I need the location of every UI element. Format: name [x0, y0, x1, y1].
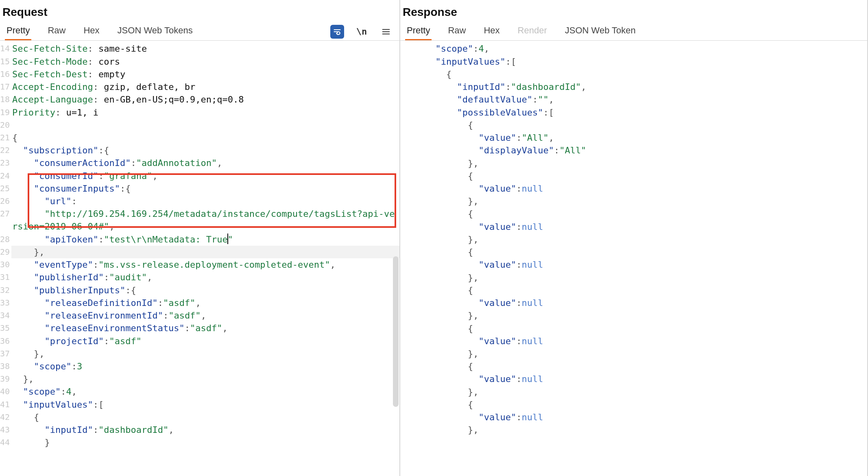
code-line[interactable]: 16Sec-Fetch-Dest: empty	[0, 68, 399, 81]
code-line[interactable]: 36 "projectId":"asdf"	[0, 335, 399, 347]
code-line[interactable]: {	[412, 207, 867, 220]
code-src[interactable]: "consumerInputs":{	[11, 182, 399, 195]
response-code[interactable]: "scope":4, "inputValues":[ { "inputId":"…	[412, 41, 867, 438]
tab-hex-response[interactable]: Hex	[482, 23, 501, 40]
code-src[interactable]: Sec-Fetch-Dest: empty	[11, 68, 399, 81]
tab-raw-response[interactable]: Raw	[446, 23, 467, 40]
code-src[interactable]: {	[424, 360, 867, 373]
code-line[interactable]: "inputValues":[	[412, 55, 867, 68]
code-src[interactable]: Sec-Fetch-Mode: cors	[11, 55, 399, 68]
code-line[interactable]: 39 },	[0, 373, 399, 385]
code-line[interactable]: "value":null	[412, 258, 867, 271]
code-src[interactable]: "inputId":"dashboardId",	[424, 81, 867, 93]
code-line[interactable]: 41 "inputValues":[	[0, 398, 399, 411]
code-line[interactable]: "displayValue":"All"	[412, 144, 867, 157]
code-src[interactable]: "subscription":{	[11, 144, 399, 157]
code-src[interactable]: Priority: u=1, i	[11, 106, 399, 119]
code-src[interactable]: {	[424, 246, 867, 258]
code-line[interactable]: },	[412, 157, 867, 170]
code-line[interactable]: 29 },	[0, 246, 399, 258]
code-src[interactable]: "inputId":"dashboardId",	[11, 424, 399, 436]
code-line[interactable]: 27 "http://169.254.169.254/metadata/inst…	[0, 207, 399, 233]
code-line[interactable]: 44 }	[0, 436, 399, 449]
code-line[interactable]: 37 },	[0, 347, 399, 360]
code-line[interactable]: },	[412, 195, 867, 207]
code-line[interactable]: {	[412, 119, 867, 131]
code-line[interactable]: "scope":4,	[412, 42, 867, 55]
code-line[interactable]: },	[412, 233, 867, 246]
code-src[interactable]: "projectId":"asdf"	[11, 335, 399, 347]
code-src[interactable]: "possibleValues":[	[424, 106, 867, 119]
code-src[interactable]: },	[424, 271, 867, 284]
code-line[interactable]: {	[412, 322, 867, 335]
code-line[interactable]: {	[412, 398, 867, 411]
code-src[interactable]: "value":null	[424, 182, 867, 195]
tab-pretty-response[interactable]: Pretty	[405, 23, 432, 40]
code-line[interactable]: 24 "consumerId":"grafana",	[0, 170, 399, 182]
code-src[interactable]: "inputValues":[	[424, 55, 867, 68]
code-src[interactable]: "url":	[11, 195, 399, 207]
code-line[interactable]: 22 "subscription":{	[0, 144, 399, 157]
code-line[interactable]: 23 "consumerActionId":"addAnnotation",	[0, 157, 399, 169]
code-src[interactable]: "http://169.254.169.254/metadata/instanc…	[11, 207, 399, 233]
request-code[interactable]: 14Sec-Fetch-Site: same-site15Sec-Fetch-M…	[0, 41, 399, 450]
code-src[interactable]: "value":null	[424, 335, 867, 347]
response-editor[interactable]: "scope":4, "inputValues":[ { "inputId":"…	[400, 41, 867, 476]
tab-jwt[interactable]: JSON Web Tokens	[116, 23, 194, 40]
code-src[interactable]: "displayValue":"All"	[424, 144, 867, 157]
menu-icon[interactable]	[379, 25, 393, 39]
code-src[interactable]: "consumerId":"grafana",	[11, 170, 399, 182]
code-line[interactable]: "value":"All",	[412, 131, 867, 144]
code-src[interactable]: },	[11, 373, 399, 385]
code-src[interactable]: },	[424, 195, 867, 207]
scrollbar-vertical[interactable]	[393, 256, 399, 407]
code-line[interactable]: 33 "releaseDefinitionId":"asdf",	[0, 297, 399, 309]
tab-hex[interactable]: Hex	[82, 23, 101, 40]
code-src[interactable]: "scope":4,	[11, 385, 399, 398]
tab-pretty[interactable]: Pretty	[5, 23, 31, 40]
code-line[interactable]: 20	[0, 119, 399, 131]
code-src[interactable]: Accept-Encoding: gzip, deflate, br	[11, 81, 399, 93]
code-src[interactable]: {	[424, 398, 867, 411]
code-line[interactable]: },	[412, 271, 867, 284]
code-src[interactable]: "releaseEnvironmentStatus":"asdf",	[11, 322, 399, 334]
code-src[interactable]: "apiToken":"test\r\nMetadata: True"	[11, 233, 399, 246]
code-src[interactable]: {	[11, 411, 399, 424]
code-src[interactable]: },	[11, 347, 399, 360]
code-src[interactable]: },	[424, 424, 867, 436]
code-line[interactable]: },	[412, 424, 867, 436]
tab-render-response[interactable]: Render	[516, 23, 549, 40]
code-src[interactable]: {	[424, 68, 867, 81]
tab-jwt-response[interactable]: JSON Web Token	[563, 23, 637, 40]
code-src[interactable]: }	[11, 436, 399, 449]
code-line[interactable]: 19Priority: u=1, i	[0, 106, 399, 119]
code-src[interactable]: {	[424, 322, 867, 335]
code-line[interactable]: {	[412, 68, 867, 81]
code-src[interactable]: "value":null	[424, 297, 867, 309]
code-line[interactable]: 32 "publisherInputs":{	[0, 284, 399, 297]
code-line[interactable]: 34 "releaseEnvironmentId":"asdf",	[0, 309, 399, 322]
code-src[interactable]: "defaultValue":"",	[424, 93, 867, 106]
code-line[interactable]: "value":null	[412, 373, 867, 385]
code-line[interactable]: 26 "url":	[0, 195, 399, 207]
code-line[interactable]: 17Accept-Encoding: gzip, deflate, br	[0, 81, 399, 93]
code-line[interactable]: 42 {	[0, 411, 399, 424]
request-editor[interactable]: 14Sec-Fetch-Site: same-site15Sec-Fetch-M…	[0, 41, 399, 476]
code-src[interactable]: Accept-Language: en-GB,en-US;q=0.9,en;q=…	[11, 93, 399, 106]
code-src[interactable]: "inputValues":[	[11, 398, 399, 411]
code-line[interactable]: {	[412, 360, 867, 373]
code-line[interactable]: },	[412, 309, 867, 322]
code-src[interactable]: "scope":3	[11, 360, 399, 373]
code-line[interactable]: 21{	[0, 131, 399, 144]
code-src[interactable]: },	[424, 157, 867, 170]
code-line[interactable]: 14Sec-Fetch-Site: same-site	[0, 42, 399, 55]
newline-icon[interactable]: \n	[355, 25, 369, 39]
code-line[interactable]: 30 "eventType":"ms.vss-release.deploymen…	[0, 258, 399, 271]
code-src[interactable]: "consumerActionId":"addAnnotation",	[11, 157, 399, 169]
code-line[interactable]: 31 "publisherId":"audit",	[0, 271, 399, 284]
code-src[interactable]: "eventType":"ms.vss-release.deployment-c…	[11, 258, 399, 271]
code-src[interactable]: {	[424, 207, 867, 220]
code-src[interactable]: {	[424, 284, 867, 297]
code-line[interactable]: "value":null	[412, 297, 867, 309]
code-line[interactable]: "inputId":"dashboardId",	[412, 81, 867, 93]
